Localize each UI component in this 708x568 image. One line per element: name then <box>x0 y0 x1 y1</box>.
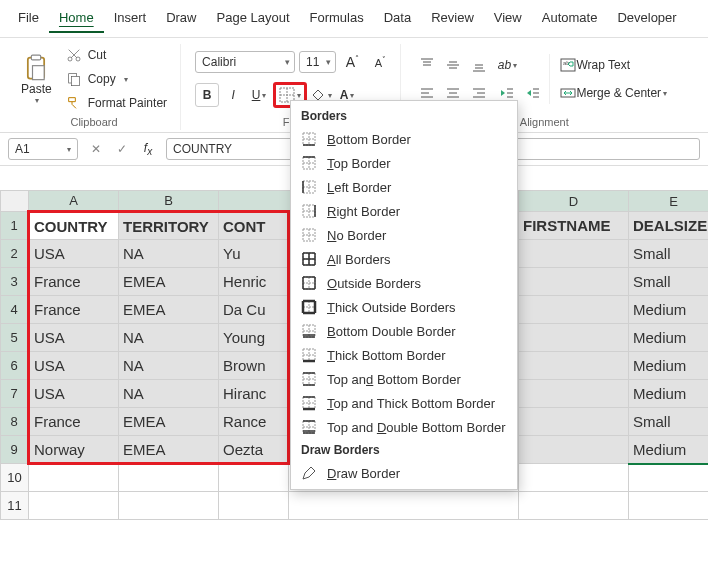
cell[interactable] <box>219 492 289 520</box>
cell[interactable] <box>519 380 629 408</box>
row-header[interactable]: 10 <box>1 464 29 492</box>
cell[interactable] <box>519 464 629 492</box>
cell[interactable]: Oezta <box>219 436 289 464</box>
borders-menu-item[interactable]: Bottom Double Border <box>291 319 517 343</box>
menubar-item-home[interactable]: Home <box>49 4 104 33</box>
menubar-item-pagelayout[interactable]: Page Layout <box>207 4 300 33</box>
cell[interactable]: NA <box>119 380 219 408</box>
menubar-item-data[interactable]: Data <box>374 4 421 33</box>
cell[interactable]: Hiranc <box>219 380 289 408</box>
borders-menu-item[interactable]: Thick Outside Borders <box>291 295 517 319</box>
cell[interactable]: EMEA <box>119 408 219 436</box>
cell[interactable]: Medium <box>629 436 708 464</box>
merge-center-button[interactable]: Merge & Center ▾ <box>554 81 673 105</box>
increase-indent-button[interactable] <box>521 81 545 105</box>
cell[interactable]: USA <box>29 352 119 380</box>
row-header[interactable]: 3 <box>1 268 29 296</box>
cell[interactable]: Da Cu <box>219 296 289 324</box>
cell[interactable] <box>29 492 119 520</box>
select-all-corner[interactable] <box>1 191 29 212</box>
borders-menu-item[interactable]: Bottom Border <box>291 127 517 151</box>
cell[interactable]: CONT <box>219 212 289 240</box>
cell[interactable] <box>119 492 219 520</box>
cell[interactable]: EMEA <box>119 436 219 464</box>
cell[interactable]: Rance <box>219 408 289 436</box>
cell[interactable]: USA <box>29 380 119 408</box>
row-header[interactable]: 4 <box>1 296 29 324</box>
row-header[interactable]: 7 <box>1 380 29 408</box>
cell[interactable] <box>519 324 629 352</box>
cell[interactable]: Yu <box>219 240 289 268</box>
name-box[interactable]: A1▾ <box>8 138 78 160</box>
font-size-select[interactable]: 11 <box>299 51 336 73</box>
orientation-button[interactable]: ab▾ <box>495 53 519 77</box>
cell[interactable]: Medium <box>629 324 708 352</box>
cell[interactable]: USA <box>29 324 119 352</box>
cell[interactable] <box>519 492 629 520</box>
borders-menu-item[interactable]: Top and Double Bottom Border <box>291 415 517 439</box>
cell[interactable]: Medium <box>629 352 708 380</box>
cell[interactable] <box>219 464 289 492</box>
borders-menu-item[interactable]: Right Border <box>291 199 517 223</box>
row-header[interactable]: 8 <box>1 408 29 436</box>
borders-menu-item[interactable]: Outside Borders <box>291 271 517 295</box>
cell[interactable] <box>519 408 629 436</box>
menubar-item-developer[interactable]: Developer <box>607 4 686 33</box>
cell[interactable]: EMEA <box>119 268 219 296</box>
cell[interactable]: Small <box>629 408 708 436</box>
cell[interactable]: Small <box>629 268 708 296</box>
cell[interactable]: NA <box>119 352 219 380</box>
cell[interactable] <box>629 492 708 520</box>
format-painter-button[interactable]: Format Painter <box>61 92 172 114</box>
col-header-b[interactable]: B <box>119 191 219 212</box>
cell[interactable]: Medium <box>629 296 708 324</box>
menubar-item-draw[interactable]: Draw <box>156 4 206 33</box>
cell[interactable] <box>519 268 629 296</box>
cell[interactable]: DEALSIZE <box>629 212 708 240</box>
font-name-select[interactable]: Calibri <box>195 51 295 73</box>
cell[interactable]: France <box>29 268 119 296</box>
cell[interactable]: Henric <box>219 268 289 296</box>
cell[interactable]: Small <box>629 240 708 268</box>
row-header[interactable]: 2 <box>1 240 29 268</box>
align-bottom-button[interactable] <box>467 53 491 77</box>
cell[interactable] <box>519 436 629 464</box>
cell[interactable]: USA <box>29 240 119 268</box>
menubar-item-insert[interactable]: Insert <box>104 4 157 33</box>
cut-button[interactable]: Cut <box>61 44 112 66</box>
copy-button[interactable]: Copy ▾ <box>61 68 133 90</box>
menubar-item-review[interactable]: Review <box>421 4 484 33</box>
row-header[interactable]: 11 <box>1 492 29 520</box>
cell[interactable]: Norway <box>29 436 119 464</box>
cell[interactable] <box>629 464 708 492</box>
cell[interactable]: TERRITORY <box>119 212 219 240</box>
increase-font-button[interactable]: A˄ <box>340 50 364 74</box>
cell[interactable]: Brown <box>219 352 289 380</box>
row-header[interactable]: 5 <box>1 324 29 352</box>
italic-button[interactable]: I <box>221 83 245 107</box>
underline-button[interactable]: U▾ <box>247 83 271 107</box>
align-middle-button[interactable] <box>441 53 465 77</box>
cell[interactable] <box>289 492 519 520</box>
row-header[interactable]: 9 <box>1 436 29 464</box>
draw-border-menu-item[interactable]: Draw Border <box>291 461 517 485</box>
cancel-formula-button[interactable]: ✕ <box>84 137 108 161</box>
cell[interactable]: Young <box>219 324 289 352</box>
cell[interactable]: France <box>29 408 119 436</box>
menubar-item-view[interactable]: View <box>484 4 532 33</box>
cell[interactable]: France <box>29 296 119 324</box>
col-header-a[interactable]: A <box>29 191 119 212</box>
cell[interactable]: NA <box>119 324 219 352</box>
menubar-item-formulas[interactable]: Formulas <box>300 4 374 33</box>
cell[interactable] <box>519 296 629 324</box>
wrap-text-button[interactable]: ab Wrap Text <box>554 53 636 77</box>
borders-menu-item[interactable]: All Borders <box>291 247 517 271</box>
insert-function-button[interactable]: fx <box>136 137 160 161</box>
borders-menu-item[interactable]: Top and Bottom Border <box>291 367 517 391</box>
cell[interactable] <box>29 464 119 492</box>
menubar-item-automate[interactable]: Automate <box>532 4 608 33</box>
borders-menu-item[interactable]: Top Border <box>291 151 517 175</box>
borders-menu-item[interactable]: Thick Bottom Border <box>291 343 517 367</box>
col-header-e[interactable]: E <box>629 191 708 212</box>
borders-menu-item[interactable]: No Border <box>291 223 517 247</box>
